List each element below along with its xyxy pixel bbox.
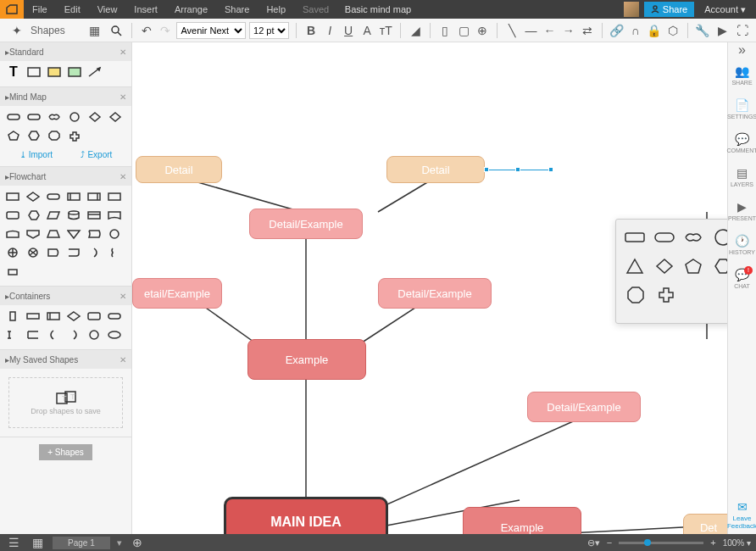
shape-fc[interactable] [5,226,22,242]
lock-icon[interactable]: 🔒 [647,22,662,39]
grid-view-icon[interactable]: ▦ [29,534,46,551]
shape-fc[interactable] [25,245,42,260]
shape-pick[interactable] [654,257,675,276]
node-detail-example[interactable]: Detail/Example [527,392,641,422]
page-menu-icon[interactable]: ▾ [117,537,122,548]
zoom-slider[interactable] [619,542,703,544]
rail-history[interactable]: 🕐HISTORY [728,227,756,261]
arrow-end-icon[interactable]: → [561,22,576,39]
shape-fc[interactable] [107,245,124,260]
rail-chat[interactable]: 💬!CHAT [728,261,756,295]
selection-handle[interactable] [484,167,489,172]
shape-pick[interactable] [683,228,704,247]
node-detail[interactable]: Detail [386,156,485,183]
page-tab[interactable]: Page 1 [53,537,110,549]
shape-pick[interactable] [655,286,677,304]
italic-icon[interactable]: I [322,22,337,39]
shape-pick[interactable] [683,257,704,276]
section-standard[interactable]: ▸Standard✕ [0,42,131,61]
align-right-icon[interactable]: ⊕ [475,22,490,39]
align-center-icon[interactable]: ▢ [456,22,471,39]
line-icon[interactable]: ╲ [504,22,520,39]
shape-ct[interactable] [107,327,124,342]
shape-ct[interactable] [107,309,124,324]
line-swap-icon[interactable]: ⇄ [580,22,595,39]
shape-rect[interactable] [25,64,42,80]
shape-fc[interactable] [5,245,22,260]
menu-file[interactable]: File [24,1,56,18]
shape-fc[interactable] [66,189,83,204]
redo-icon[interactable]: ↷ [158,22,173,39]
menu-view[interactable]: View [89,1,126,18]
shape-fc[interactable] [66,226,83,242]
zoom-in-icon[interactable]: + [710,537,715,548]
shape-block[interactable] [66,64,83,80]
selection-handle[interactable] [515,167,520,172]
shape-ct[interactable] [66,309,83,324]
zoom-reset-icon[interactable]: ⊖▾ [587,537,600,548]
app-logo[interactable] [0,0,24,19]
shape-fc[interactable] [66,245,83,260]
collapse-rail-icon[interactable]: » [728,42,756,58]
shape-line[interactable] [86,64,103,80]
node-detail-example[interactable]: Detail/Example [378,278,492,309]
shape-fc[interactable] [5,208,22,223]
shape-ct[interactable] [86,309,103,324]
node-example[interactable]: Example [463,507,581,534]
shape-fc[interactable] [86,226,103,242]
node-main-idea[interactable]: MAIN IDEA [224,497,388,534]
shape-ct[interactable] [5,327,22,342]
add-page-icon[interactable]: ⊕ [129,534,146,551]
saved-dropzone[interactable]: TT Drop shapes to save [8,377,123,428]
shape-fc[interactable] [86,245,103,260]
menu-edit[interactable]: Edit [56,1,89,18]
rail-settings[interactable]: 📄SETTINGS [728,92,756,125]
shape-fc[interactable] [66,208,83,223]
list-view-icon[interactable]: ☰ [5,534,22,551]
align-left-icon[interactable]: ▯ [437,22,453,39]
rail-share[interactable]: 👥SHARE [728,58,756,92]
section-flowchart[interactable]: ▸Flowchart✕ [0,167,131,186]
zoom-level[interactable]: 100% ▾ [723,538,751,548]
shape-ct[interactable] [5,309,22,324]
export-link[interactable]: ⤴ Export [81,150,112,159]
bold-icon[interactable]: B [303,22,319,39]
menu-share[interactable]: Share [216,1,258,18]
add-shapes-button[interactable]: + Shapes [39,444,92,460]
textsize-icon[interactable]: тT [378,22,393,39]
fill-icon[interactable]: ◢ [408,22,423,39]
node-example[interactable]: Example [247,339,366,380]
shape-mm10[interactable] [66,128,83,143]
node-detail-example[interactable]: Detail/Example [249,209,363,239]
shape-note[interactable] [46,64,63,80]
shape-ct[interactable] [46,327,63,342]
section-saved[interactable]: ▸My Saved Shapes✕ [0,350,131,369]
shape-fc[interactable] [107,208,124,223]
shape-fc[interactable] [86,189,103,204]
shape-fc[interactable] [86,208,103,223]
close-icon[interactable]: ✕ [120,355,126,365]
shape-mm5[interactable] [86,109,103,125]
feedback-link[interactable]: ✉ Leave Feedback [727,500,756,531]
node-detail[interactable]: Det [683,514,727,534]
shape-pick[interactable] [713,257,728,276]
shape-ct[interactable] [25,327,42,342]
shape-mm4[interactable] [66,109,83,125]
fontsize-select[interactable]: 12 pt [249,22,289,39]
section-mindmap[interactable]: ▸Mind Map✕ [0,87,131,106]
selection-handle[interactable] [548,167,553,172]
shape-mm8[interactable] [25,128,42,143]
present-icon[interactable]: ▶ [714,22,731,39]
link-icon[interactable]: 🔗 [609,22,625,39]
fullscreen-icon[interactable]: ⛶ [734,22,751,39]
menu-insert[interactable]: Insert [125,1,166,18]
shape-fc[interactable] [46,189,63,204]
shape-text[interactable]: T [5,64,22,80]
shape-fc[interactable] [107,189,124,204]
shape-fc[interactable] [25,226,42,242]
node-detail[interactable]: Detail [136,156,222,183]
magnet-icon[interactable]: ∩ [628,22,643,39]
document-title[interactable]: Basic mind map [345,4,411,14]
shape-ct[interactable] [46,309,63,324]
rail-comment[interactable]: 💬COMMENT [728,125,756,159]
